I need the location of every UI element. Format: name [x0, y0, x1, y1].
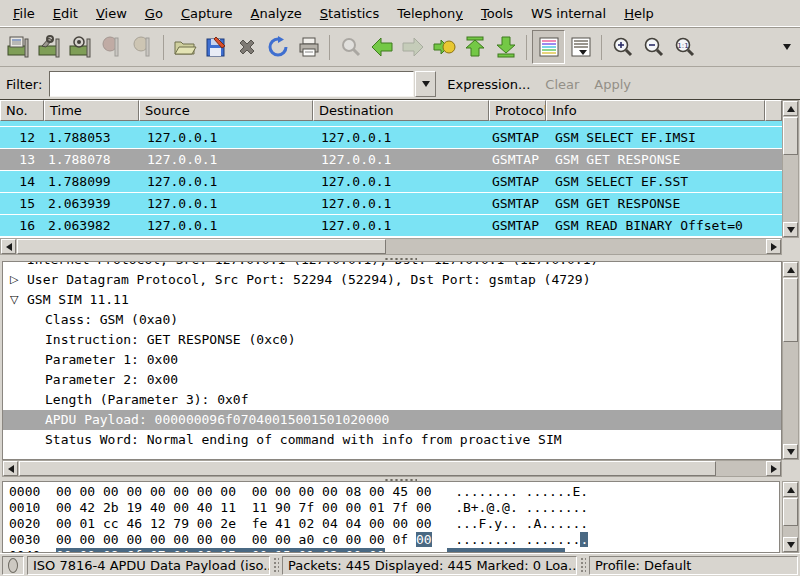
hex-offset: 0020 — [9, 516, 40, 531]
details-vscrollbar[interactable] — [782, 261, 799, 460]
column-header-destination[interactable]: Destination — [313, 100, 489, 121]
scroll-button[interactable] — [766, 461, 781, 476]
go-to-top-button[interactable] — [459, 31, 490, 63]
zoom-1to1-icon: 1:1 — [673, 35, 697, 59]
filter-dropdown-button[interactable] — [415, 71, 436, 97]
menu-edit[interactable]: Edit — [44, 2, 87, 25]
menu-tools[interactable]: Tools — [472, 2, 522, 25]
apply-button[interactable]: Apply — [590, 77, 635, 92]
detail-line-2[interactable]: Class: GSM (0xa0) — [3, 310, 781, 330]
scroll-button[interactable] — [783, 482, 798, 497]
menu-analyze[interactable]: Analyze — [242, 2, 311, 25]
menu-ws-internal[interactable]: WS internal — [522, 2, 615, 25]
reload-button[interactable] — [262, 31, 293, 63]
packet-row-16[interactable]: 162.063982127.0.0.1127.0.0.1GSMTAPGSM RE… — [0, 215, 782, 237]
column-header-info[interactable]: Info — [546, 100, 765, 121]
zoom-in-button[interactable] — [607, 31, 638, 63]
detail-line-clipped[interactable]: Internet Protocol, Src: 127.0.0.1 (127.0… — [3, 262, 781, 270]
menu-help[interactable]: Help — [615, 2, 663, 25]
cell-dst: 127.0.0.1 — [313, 121, 489, 126]
expander-closed-icon[interactable]: ▷ — [10, 270, 18, 290]
scroll-thumb[interactable] — [19, 461, 716, 476]
expression-button[interactable]: Expression... — [443, 77, 534, 92]
toolbar-overflow-button[interactable] — [777, 31, 797, 63]
column-header-no[interactable]: No. — [0, 100, 44, 121]
statusbar-grip[interactable] — [580, 557, 586, 573]
packet-list-hscrollbar[interactable] — [0, 238, 782, 255]
filter-input[interactable] — [49, 71, 414, 97]
column-header-source[interactable]: Source — [139, 100, 313, 121]
menu-view[interactable]: View — [87, 2, 136, 25]
capture-options-button[interactable] — [34, 31, 65, 63]
menu-go[interactable]: Go — [136, 2, 172, 25]
detail-line-4[interactable]: Parameter 1: 0x00 — [3, 350, 781, 370]
auto-scroll-button[interactable] — [565, 31, 596, 63]
detail-line-7[interactable]: APDU Payload: 000000096f0704001500150102… — [3, 410, 781, 430]
detail-line-6[interactable]: Length (Parameter 3): 0x0f — [3, 390, 781, 410]
menu-statistics[interactable]: Statistics — [311, 2, 388, 25]
scroll-arrow-icon — [787, 449, 795, 459]
cell-dst: 127.0.0.1 — [313, 193, 489, 214]
expander-open-icon[interactable]: ▽ — [10, 290, 18, 310]
detail-text: Status Word: Normal ending of command wi… — [45, 432, 562, 447]
detail-line-5[interactable]: Parameter 2: 0x00 — [3, 370, 781, 390]
scroll-button[interactable] — [783, 262, 798, 277]
hex-vscrollbar[interactable] — [782, 481, 799, 553]
scroll-button[interactable] — [1, 239, 16, 254]
cell-info: GSM READ BINARY Offset=0 — [546, 215, 782, 236]
scroll-thumb[interactable] — [783, 278, 798, 342]
hex-row-0020[interactable]: 0020 00 01 cc 46 12 79 00 2e fe 41 02 04… — [9, 516, 779, 532]
status-bar: ISO 7816-4 APDU Data Payload (iso... Pac… — [0, 553, 800, 576]
scroll-thumb[interactable] — [17, 239, 386, 254]
menu-file[interactable]: File — [4, 2, 44, 25]
clear-button[interactable]: Clear — [541, 77, 583, 92]
detail-line-1[interactable]: ▽GSM SIM 11.11 — [3, 290, 781, 310]
column-header-protocol[interactable]: Protocol — [489, 100, 546, 121]
packet-row-14[interactable]: 141.788099127.0.0.1127.0.0.1GSMTAPGSM SE… — [0, 171, 782, 193]
packet-row-13[interactable]: 131.788078127.0.0.1127.0.0.1GSMTAPGSM GE… — [0, 149, 782, 171]
zoom-out-button[interactable] — [638, 31, 669, 63]
packet-details-tree: Internet Protocol, Src: 127.0.0.1 (127.0… — [2, 261, 782, 460]
scroll-button[interactable] — [766, 239, 781, 254]
capture-restart-button[interactable] — [127, 31, 158, 63]
scroll-thumb[interactable] — [783, 498, 798, 526]
column-header-time[interactable]: Time — [44, 100, 139, 121]
packet-row-12[interactable]: 121.788053127.0.0.1127.0.0.1GSMTAPGSM SE… — [0, 127, 782, 149]
scroll-button[interactable] — [783, 101, 798, 116]
colorize-button[interactable] — [532, 30, 565, 64]
capture-stop-button[interactable] — [96, 31, 127, 63]
zoom-actual-button[interactable]: 1:1 — [669, 31, 700, 63]
expert-info-indicator[interactable] — [2, 556, 24, 575]
print-button[interactable] — [293, 31, 324, 63]
scroll-thumb[interactable] — [783, 117, 798, 155]
detail-line-3[interactable]: Instruction: GET RESPONSE (0xc0) — [3, 330, 781, 350]
find-button[interactable] — [335, 31, 366, 63]
menu-capture[interactable]: Capture — [172, 2, 242, 25]
cell-time: 2.063939 — [44, 193, 139, 214]
save-file-button[interactable] — [200, 31, 231, 63]
go-forward-button[interactable] — [397, 31, 428, 63]
scroll-button[interactable] — [783, 537, 798, 552]
hex-row-0030[interactable]: 0030 00 00 00 00 00 00 00 00 00 00 a0 c0… — [9, 532, 779, 548]
go-back-button[interactable] — [366, 31, 397, 63]
packet-list-vscrollbar[interactable] — [782, 100, 799, 238]
go-to-packet-button[interactable] — [428, 31, 459, 63]
details-hscrollbar[interactable] — [2, 460, 782, 477]
capture-start-button[interactable] — [65, 31, 96, 63]
hex-row-0010[interactable]: 0010 00 42 2b 19 40 00 40 11 11 90 7f 00… — [9, 500, 779, 516]
close-file-button[interactable] — [231, 31, 262, 63]
open-file-button[interactable] — [169, 31, 200, 63]
statusbar-grip[interactable] — [273, 557, 279, 573]
menu-telephony[interactable]: Telephony — [388, 2, 472, 25]
list-interfaces-button[interactable] — [3, 31, 34, 63]
scroll-button[interactable] — [783, 222, 798, 237]
detail-line-8[interactable]: Status Word: Normal ending of command wi… — [3, 430, 781, 450]
detail-line-0[interactable]: ▷User Datagram Protocol, Src Port: 52294… — [3, 270, 781, 290]
go-to-bottom-button[interactable] — [490, 31, 521, 63]
hex-row-0000[interactable]: 0000 00 00 00 00 00 00 00 00 00 00 00 00… — [9, 484, 779, 500]
packet-list-pane: No.TimeSourceDestinationProtocolInfo 111… — [0, 99, 800, 256]
packet-details-pane: Internet Protocol, Src: 127.0.0.1 (127.0… — [0, 261, 800, 477]
scroll-button[interactable] — [3, 461, 18, 476]
scroll-button[interactable] — [783, 444, 798, 459]
packet-row-15[interactable]: 152.063939127.0.0.1127.0.0.1GSMTAPGSM GE… — [0, 193, 782, 215]
